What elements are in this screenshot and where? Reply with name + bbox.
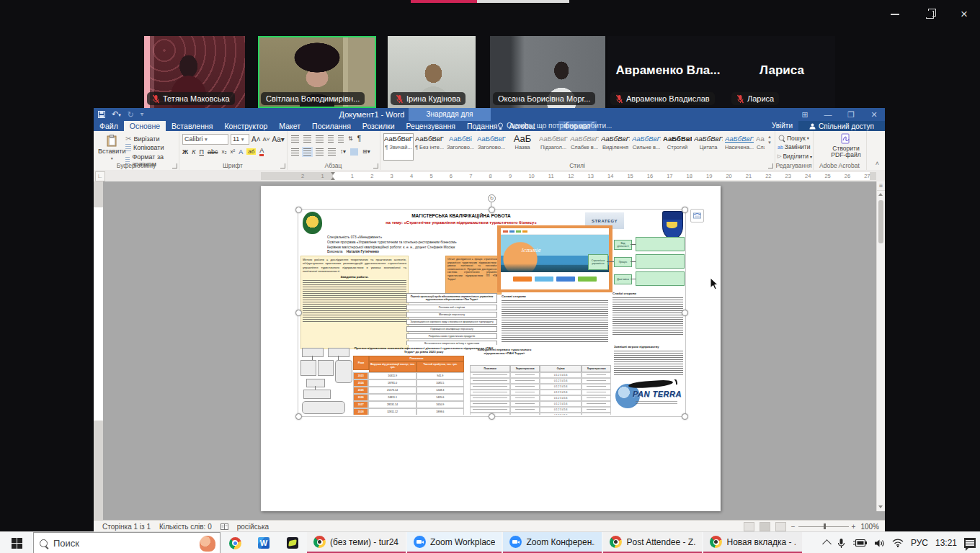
restore-button[interactable] bbox=[921, 7, 938, 22]
align-right-icon[interactable] bbox=[316, 148, 324, 156]
save-icon[interactable] bbox=[98, 111, 105, 118]
rotate-handle[interactable]: ↻ bbox=[488, 194, 496, 202]
pinned-word-icon[interactable]: W bbox=[249, 532, 278, 553]
selection-handle-sw[interactable] bbox=[295, 413, 302, 420]
selection-handle-nw[interactable] bbox=[295, 207, 302, 213]
thesis-poster-image[interactable]: МАГІСТЕРСЬКА КВАЛІФІКАЦІЙНА РОБОТА на те… bbox=[298, 209, 686, 417]
hanging-indent-marker[interactable] bbox=[331, 177, 335, 180]
taskbar-search[interactable]: Поиск bbox=[33, 532, 220, 553]
multilevel-list-icon[interactable] bbox=[316, 135, 324, 143]
strikethrough-button[interactable]: abc bbox=[208, 148, 218, 156]
paste-button[interactable]: Вставити ▾ bbox=[98, 135, 126, 161]
tab-Вставлення[interactable]: Вставлення bbox=[166, 121, 218, 131]
read-mode-icon[interactable] bbox=[744, 522, 754, 531]
line-spacing-icon[interactable]: ↕▾ bbox=[340, 148, 346, 156]
document-page[interactable]: ↻ МАГІСТЕРСЬКА КВАЛІФІКАЦІЙНА РОБОТА на … bbox=[261, 186, 721, 511]
sort-icon[interactable]: ⇅ bbox=[348, 135, 353, 143]
first-line-indent-marker[interactable] bbox=[331, 172, 335, 175]
font-dialog-launcher[interactable] bbox=[280, 163, 285, 168]
web-layout-icon[interactable] bbox=[775, 522, 786, 531]
tell-me-box[interactable]: Скажіть, що потрібно зробити... bbox=[497, 121, 612, 131]
speaker-icon[interactable] bbox=[874, 539, 885, 548]
battery-icon[interactable] bbox=[852, 539, 867, 547]
participant-video[interactable]: Ірина Кудінова bbox=[388, 36, 476, 108]
subscript-button[interactable]: x₂ bbox=[221, 148, 226, 155]
shrink-font-icon[interactable]: A˅ bbox=[263, 135, 270, 144]
italic-button[interactable]: К bbox=[192, 148, 195, 156]
zoom-level[interactable]: 100% bbox=[860, 523, 879, 531]
cut-button[interactable]: ✂Вирізати bbox=[125, 135, 160, 143]
collapse-ribbon-icon[interactable]: ˄ bbox=[876, 160, 879, 167]
style-chip-Слабке-в-[interactable]: АаБбВвГгСлабке в... bbox=[569, 133, 600, 161]
style-chip-Виділення[interactable]: АаБбВвГгВиділення bbox=[600, 133, 631, 161]
text-effects-icon[interactable]: А bbox=[239, 148, 243, 156]
align-center-icon[interactable] bbox=[303, 148, 311, 156]
tab-Файл[interactable]: Файл bbox=[94, 121, 124, 131]
style-chip-Строгий[interactable]: АаБбВвГг,Строгий bbox=[662, 133, 692, 161]
participant-novideo[interactable]: Авраменко Вла... Авраменко Владислав bbox=[607, 36, 729, 108]
participant-video[interactable]: Тетяна Маковська bbox=[144, 36, 245, 108]
align-left-icon[interactable] bbox=[291, 148, 299, 156]
zoom-slider[interactable]: −+ bbox=[791, 523, 856, 531]
shading-icon[interactable] bbox=[350, 148, 358, 156]
justify-icon[interactable] bbox=[328, 148, 336, 156]
media-app-icon[interactable] bbox=[278, 532, 307, 553]
participant-video[interactable]: Оксана Борисівна Морг... bbox=[490, 36, 605, 108]
tab-selector[interactable]: ∟ bbox=[95, 171, 105, 181]
style-chip-Заголово-[interactable]: АаБбВвГЗаголово... bbox=[476, 133, 507, 161]
taskbar-app-post-attendee[interactable]: Post Attendee - Z... bbox=[603, 532, 702, 553]
tray-expand-icon[interactable] bbox=[822, 539, 832, 549]
tab-Основне[interactable]: Основне bbox=[124, 121, 166, 131]
style-chip-Цитата[interactable]: АаБбВвГгЦитата bbox=[693, 133, 723, 161]
grow-font-icon[interactable]: A˄ bbox=[251, 135, 261, 144]
sign-in-link[interactable]: Увійти bbox=[772, 121, 793, 131]
bold-button[interactable]: Ж bbox=[182, 148, 188, 156]
action-center-icon[interactable] bbox=[964, 538, 976, 548]
ribbon-display-options-icon[interactable]: ⊞ bbox=[794, 108, 816, 121]
font-family-combo[interactable]: Calibri ▾ bbox=[182, 134, 228, 145]
ruler-toggle-button[interactable]: ≣ bbox=[876, 181, 885, 191]
language-switcher[interactable]: РУС bbox=[911, 538, 928, 548]
tab-Конструктор[interactable]: Конструктор bbox=[218, 121, 273, 131]
share-button[interactable]: Спільний доступ bbox=[798, 121, 885, 131]
show-marks-icon[interactable]: ¶ bbox=[357, 135, 361, 143]
create-pdf-button[interactable]: Створити PDF-файл bbox=[826, 133, 866, 158]
clipboard-dialog-launcher[interactable] bbox=[172, 163, 177, 168]
highlight-button[interactable]: аб bbox=[246, 148, 256, 155]
scroll-thumb[interactable] bbox=[878, 200, 883, 243]
selection-handle-n[interactable] bbox=[489, 207, 495, 213]
layout-options-button[interactable] bbox=[690, 209, 704, 222]
taskbar-app-zoom-workplace[interactable]: Zoom Workplace bbox=[407, 532, 502, 553]
start-button[interactable] bbox=[0, 532, 33, 553]
style-chip-Слабке-п-[interactable]: АаБбВвГг,Слабке п... bbox=[755, 133, 765, 161]
selection-handle-w[interactable] bbox=[295, 310, 302, 316]
font-color-button[interactable]: А bbox=[259, 147, 264, 156]
horizontal-ruler[interactable]: 2112345678910111213141516171819202122232… bbox=[261, 172, 876, 180]
find-button[interactable]: Пошук▾ bbox=[778, 134, 809, 142]
minimize-button[interactable] bbox=[886, 7, 904, 22]
word-close-icon[interactable]: ✕ bbox=[863, 108, 885, 121]
styles-dialog-launcher[interactable] bbox=[768, 163, 773, 168]
vertical-ruler[interactable] bbox=[94, 181, 103, 520]
style-chip-Назва[interactable]: АаБНазва bbox=[507, 133, 538, 161]
underline-button[interactable]: П bbox=[199, 148, 203, 156]
style-chip-Сильне-в-[interactable]: АаБбВвГгСильне в... bbox=[631, 133, 662, 161]
copy-button[interactable]: Копіювати bbox=[125, 144, 164, 151]
tab-Макет[interactable]: Макет bbox=[273, 121, 306, 131]
word-minimize-icon[interactable]: — bbox=[817, 108, 839, 121]
selection-handle-s[interactable] bbox=[489, 413, 495, 420]
participant-video-active[interactable]: Світлана Володимирівн... bbox=[258, 36, 376, 108]
vertical-scrollbar[interactable]: ≣ bbox=[876, 181, 885, 511]
tray-mic-icon[interactable] bbox=[837, 538, 845, 549]
pinned-chrome-icon[interactable] bbox=[220, 532, 249, 553]
style-chip--Без-інте-[interactable]: АаБбВвГг,¶ Без інте... bbox=[414, 133, 445, 161]
style-chip-Підзагол-[interactable]: АаБбВвГПідзагол... bbox=[538, 133, 569, 161]
select-button[interactable]: ▷Виділити▾ bbox=[778, 153, 812, 160]
tab-Посилання[interactable]: Посилання bbox=[306, 121, 357, 131]
style-chip-Насичена-[interactable]: АаБбВвГгНасичена... bbox=[724, 133, 754, 161]
bullets-icon[interactable] bbox=[291, 135, 299, 143]
word-count[interactable]: Кількість слів: 0 bbox=[159, 523, 212, 531]
increase-indent-icon[interactable] bbox=[338, 135, 344, 143]
replace-button[interactable]: abЗамінити bbox=[778, 143, 810, 150]
proofing-icon[interactable] bbox=[220, 523, 228, 531]
